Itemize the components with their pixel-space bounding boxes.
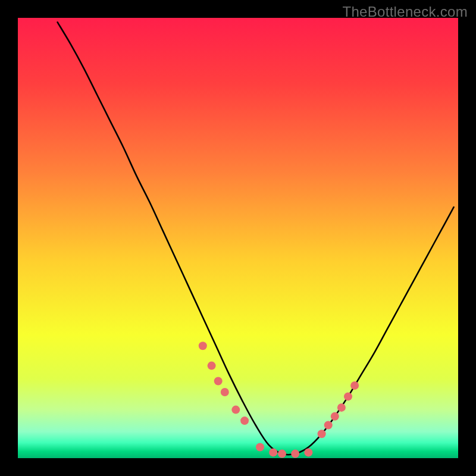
marker-dot [324,421,333,430]
marker-dot [331,412,339,421]
marker-dot [256,443,264,452]
marker-dot [304,448,312,456]
marker-dot [291,450,299,458]
marker-dot [221,388,229,396]
marker-dot [350,381,359,390]
marker-dot [208,362,216,370]
watermark-text: TheBottleneck.com [342,4,468,20]
marker-dot [269,448,277,456]
marker-dot [199,342,207,350]
chart-frame [18,18,458,458]
marker-dot [231,406,240,414]
marker-dot [240,416,249,425]
marker-dot [318,430,326,438]
bottleneck-chart [18,18,458,458]
marker-dot [278,450,286,458]
marker-dot [337,403,346,412]
marker-dot [344,392,352,400]
marker-dot [214,377,223,386]
